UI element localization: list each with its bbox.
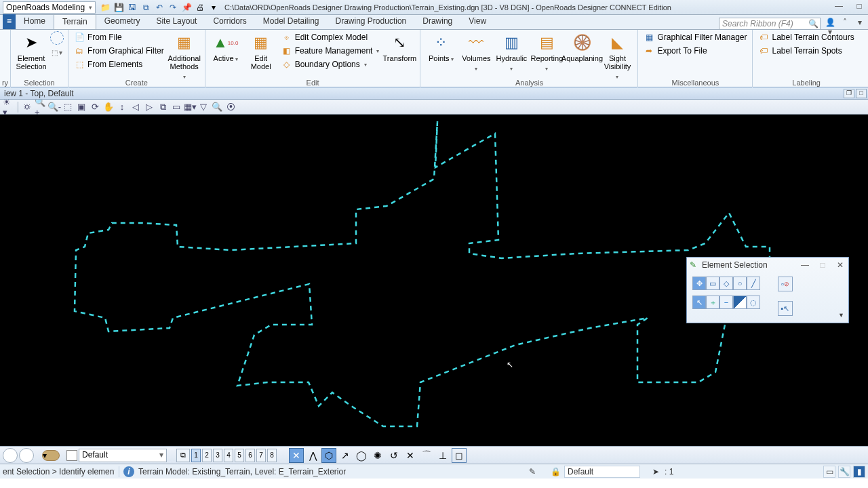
snap-perpendicular-icon[interactable]: ⊥ bbox=[435, 448, 450, 463]
tab-view[interactable]: View bbox=[460, 14, 494, 29]
adjust-brightness-icon[interactable]: ⛭ bbox=[21, 101, 33, 113]
level-swatch[interactable] bbox=[66, 450, 77, 461]
view-toggle-8[interactable]: 8 bbox=[267, 449, 277, 462]
print-icon[interactable]: 🖨 bbox=[195, 2, 205, 13]
clear-clip-icon[interactable]: 🔍 bbox=[211, 101, 223, 113]
snap-origin-icon[interactable]: ✺ bbox=[370, 448, 385, 463]
from-elements-button[interactable]: ⬚From Elements bbox=[73, 58, 165, 70]
qat-more-icon[interactable]: ▾ bbox=[208, 2, 219, 13]
mode-individual-button[interactable]: ✥ bbox=[692, 277, 706, 290]
from-file-button[interactable]: 📄From File bbox=[73, 31, 165, 43]
mode-block-button[interactable]: ▭ bbox=[706, 277, 719, 290]
clip-volume-icon[interactable]: ▦▾ bbox=[184, 101, 196, 113]
tab-geometry[interactable]: Geometry bbox=[96, 14, 149, 29]
disable-handles-button[interactable]: ▫⊘ bbox=[778, 277, 793, 291]
aquaplaning-button[interactable]: 🛞Aquaplaning bbox=[566, 31, 598, 64]
viewport[interactable]: ↖ ✎ Element Selection — □ ✕ ✥ ▭ ◇ ○ ╱ bbox=[0, 115, 868, 446]
active-level-status[interactable]: Default bbox=[564, 466, 640, 478]
select-all-button[interactable]: ▪↖ bbox=[778, 301, 793, 316]
tab-corridors[interactable]: Corridors bbox=[205, 14, 254, 29]
clip-mask-icon[interactable]: ▽ bbox=[197, 101, 210, 113]
walk-icon[interactable]: ↕ bbox=[116, 101, 128, 113]
edit-complex-model-button[interactable]: ⟐Edit Complex Model bbox=[280, 31, 381, 43]
boundary-options-button[interactable]: ◇Boundary Options bbox=[280, 58, 381, 70]
snap-bisector-icon[interactable]: ↺ bbox=[387, 448, 401, 463]
view-toggle-7[interactable]: 7 bbox=[256, 449, 266, 462]
file-tab[interactable]: ≡ bbox=[3, 14, 16, 29]
toolwindow-titlebar[interactable]: ✎ Element Selection — □ ✕ bbox=[687, 258, 848, 272]
maximize-icon[interactable]: □ bbox=[852, 1, 867, 11]
history-fwd-button[interactable] bbox=[19, 448, 34, 463]
label-contours-button[interactable]: 🏷Label Terrain Contours bbox=[757, 31, 855, 43]
snap-midpoint-icon[interactable]: ✕ bbox=[403, 448, 418, 463]
selection-more-icon[interactable]: ⬚ ▾ bbox=[52, 49, 63, 56]
tab-home[interactable]: Home bbox=[16, 14, 54, 29]
tab-drawing-production[interactable]: Drawing Production bbox=[328, 14, 415, 29]
edit-model-button[interactable]: ▦ Edit Model bbox=[245, 31, 277, 72]
pin-icon[interactable]: 📌 bbox=[181, 2, 192, 13]
info-icon[interactable]: i bbox=[123, 466, 134, 477]
minimize-icon[interactable]: — bbox=[798, 260, 812, 270]
points-button[interactable]: ⁘Points bbox=[425, 31, 457, 65]
lock-icon[interactable]: 🔒 bbox=[551, 467, 561, 476]
fence-icon[interactable] bbox=[50, 31, 64, 45]
reporting-button[interactable]: ▤Reporting bbox=[530, 31, 563, 75]
close-icon[interactable]: ✕ bbox=[833, 260, 847, 270]
view-next-icon[interactable]: ▷ bbox=[143, 101, 155, 113]
from-graphical-filter-button[interactable]: 🗂From Graphical Filter bbox=[73, 45, 165, 57]
tab-drawing[interactable]: Drawing bbox=[414, 14, 460, 29]
snap-tangent-icon[interactable]: ⌒ bbox=[419, 448, 434, 463]
active-button[interactable]: ▲10.0 Active bbox=[210, 31, 242, 65]
dgn-status-icon[interactable]: ▮ bbox=[853, 466, 865, 478]
snap-keypoint-icon[interactable]: ⋀ bbox=[305, 448, 320, 463]
view-toggle-5[interactable]: 5 bbox=[235, 449, 244, 462]
civil-toggle-icon[interactable]: ✎ bbox=[529, 467, 536, 476]
zoom-in-icon[interactable]: 🔍+ bbox=[35, 101, 47, 113]
mode-shape-button[interactable]: ◇ bbox=[719, 277, 733, 290]
expand-toolsettings-icon[interactable]: ▼ bbox=[838, 312, 844, 319]
apply-icon[interactable]: ⧉ bbox=[140, 2, 151, 13]
open-icon[interactable]: 📁 bbox=[100, 2, 111, 13]
models-button[interactable]: ⧉ bbox=[176, 449, 190, 462]
view-toggle-2[interactable]: 2 bbox=[202, 449, 212, 462]
view-maximize-icon[interactable]: □ bbox=[856, 89, 867, 98]
label-spots-button[interactable]: 🏷Label Terrain Spots bbox=[757, 45, 855, 57]
tab-site-layout[interactable]: Site Layout bbox=[148, 14, 205, 29]
method-new-button[interactable]: ↖ bbox=[692, 296, 706, 309]
messages-icon[interactable]: 🔧 bbox=[838, 466, 850, 478]
mode-circle-button[interactable]: ○ bbox=[733, 277, 747, 290]
feature-management-button[interactable]: ◧Feature Management bbox=[280, 45, 381, 57]
undo-icon[interactable]: ↶ bbox=[154, 2, 165, 13]
accudraw-toggle[interactable]: ✕ bbox=[289, 448, 304, 463]
graphical-filter-manager-button[interactable]: ▦Graphical Filter Manager bbox=[642, 31, 748, 43]
collapse-ribbon-icon[interactable]: ˄ bbox=[840, 18, 850, 28]
snap-center-icon[interactable]: ◯ bbox=[354, 448, 369, 463]
history-back-button[interactable] bbox=[3, 448, 18, 463]
export-to-file-button[interactable]: ➦Export To File bbox=[642, 45, 748, 57]
method-invert-button[interactable] bbox=[733, 296, 747, 309]
user-icon[interactable]: 👤▾ bbox=[825, 18, 835, 28]
fit-view-icon[interactable]: ▣ bbox=[75, 101, 87, 113]
workflow-dropdown[interactable]: OpenRoads Modeling bbox=[3, 1, 96, 14]
view-toggle-4[interactable]: 4 bbox=[224, 449, 233, 462]
element-selection-button[interactable]: ➤ Element Selection bbox=[15, 31, 47, 72]
pan-icon[interactable]: ✋ bbox=[102, 101, 115, 113]
element-selection-toolwindow[interactable]: ✎ Element Selection — □ ✕ ✥ ▭ ◇ ○ ╱ ↖ ＋ bbox=[686, 257, 849, 323]
additional-methods-button[interactable]: ▦ Additional Methods bbox=[168, 31, 201, 83]
transform-button[interactable]: ⤡ Transform bbox=[383, 31, 416, 64]
tab-terrain[interactable]: Terrain bbox=[54, 14, 96, 29]
method-clear-button[interactable]: ◌ bbox=[747, 296, 760, 309]
zoom-out-icon[interactable]: 🔍- bbox=[48, 101, 60, 113]
copy-view-icon[interactable]: ⧉ bbox=[157, 101, 169, 113]
maximize-icon[interactable]: □ bbox=[816, 260, 829, 270]
volumes-button[interactable]: 〰Volumes bbox=[460, 31, 492, 75]
tab-model-detailing[interactable]: Model Detailing bbox=[255, 14, 328, 29]
view-more-icon[interactable]: ⦿ bbox=[224, 101, 237, 113]
snap-nearest-icon[interactable]: ↗ bbox=[338, 448, 353, 463]
running-coords-icon[interactable]: ▭ bbox=[823, 466, 835, 478]
view-toggle-6[interactable]: 6 bbox=[245, 449, 255, 462]
view-toggle-3[interactable]: 3 bbox=[213, 449, 222, 462]
mode-line-button[interactable]: ╱ bbox=[747, 277, 760, 290]
phase-icon[interactable]: ▾ bbox=[42, 450, 60, 461]
save-icon[interactable]: 💾 bbox=[113, 2, 124, 13]
